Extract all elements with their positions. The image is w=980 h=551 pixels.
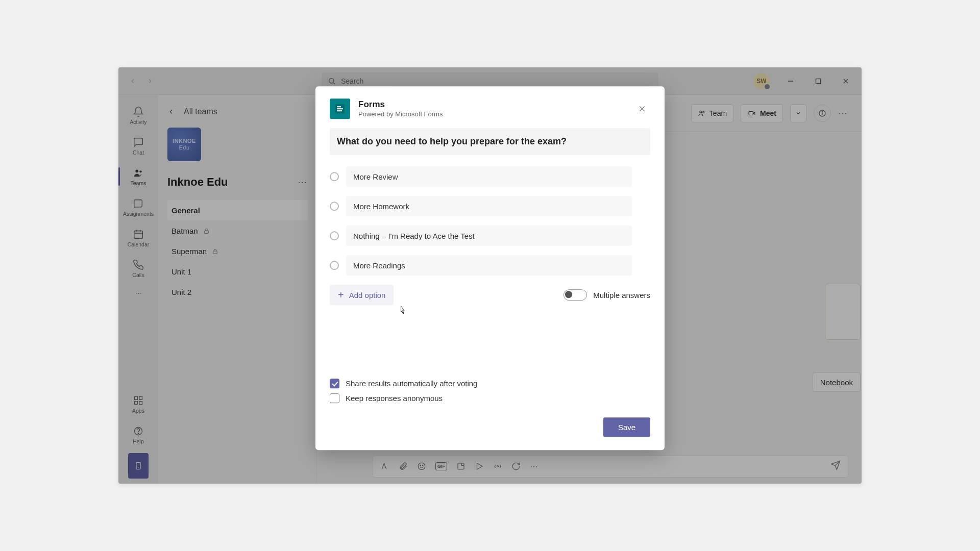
- keep-anonymous-checkbox[interactable]: [330, 393, 339, 403]
- svg-rect-40: [337, 110, 342, 111]
- add-option-label: Add option: [349, 291, 386, 299]
- share-results-checkbox[interactable]: [330, 379, 339, 388]
- option-input-1[interactable]: [346, 166, 632, 187]
- multiple-answers-label: Multiple answers: [593, 291, 650, 299]
- option-input-2[interactable]: [346, 196, 632, 216]
- poll-option-row: [330, 166, 650, 187]
- forms-app-icon: [330, 98, 350, 119]
- poll-option-row: [330, 226, 650, 246]
- poll-option-row: [330, 255, 650, 276]
- option-input-4[interactable]: [346, 255, 632, 276]
- add-option-button[interactable]: + Add option: [330, 285, 394, 305]
- option-radio[interactable]: [330, 202, 339, 211]
- share-results-label[interactable]: Share results automatically after voting: [346, 379, 477, 388]
- dialog-close[interactable]: [634, 101, 650, 117]
- svg-rect-39: [337, 108, 343, 109]
- option-radio[interactable]: [330, 231, 339, 240]
- option-radio[interactable]: [330, 172, 339, 181]
- close-icon: [638, 105, 646, 113]
- poll-question[interactable]: What do you need to help you prepare for…: [330, 128, 650, 155]
- multiple-answers-toggle[interactable]: [564, 289, 587, 300]
- dialog-title: Forms: [358, 99, 443, 110]
- plus-icon: +: [338, 290, 344, 300]
- dialog-subtitle: Powered by Microsoft Forms: [358, 110, 443, 118]
- keep-anonymous-label[interactable]: Keep responses anonymous: [346, 394, 443, 403]
- forms-dialog: Forms Powered by Microsoft Forms What do…: [315, 86, 665, 450]
- svg-rect-38: [337, 106, 341, 107]
- save-button[interactable]: Save: [603, 417, 650, 437]
- option-radio[interactable]: [330, 261, 339, 270]
- poll-option-row: [330, 196, 650, 216]
- option-input-3[interactable]: [346, 226, 632, 246]
